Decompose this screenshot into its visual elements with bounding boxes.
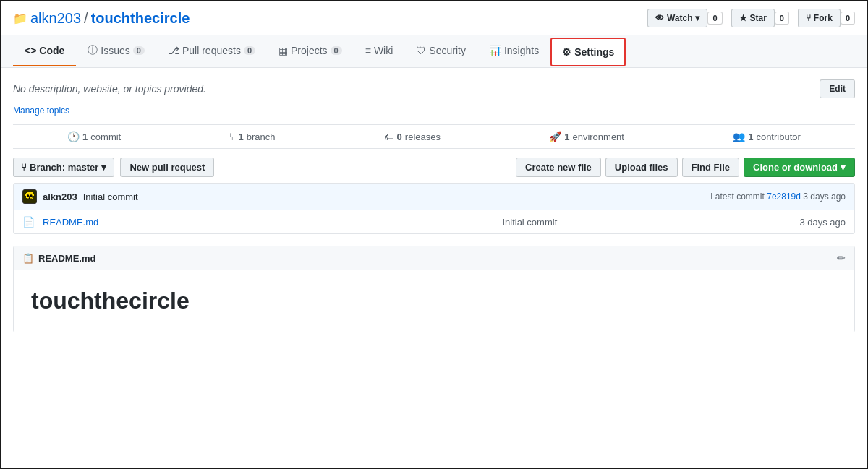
manage-topics-link[interactable]: Manage topics (13, 106, 69, 116)
fork-count: 0 (841, 12, 855, 25)
repo-separator: / (84, 10, 88, 27)
clone-dropdown-icon: ▾ (841, 162, 846, 173)
commit-left: alkn203 Initial commit (22, 189, 138, 204)
tab-projects[interactable]: ▦ Projects 0 (267, 36, 354, 66)
tab-wiki[interactable]: ≡ Wiki (354, 36, 405, 66)
stat-contributors[interactable]: 👥 1 contributor (733, 131, 801, 142)
insights-icon: 📊 (489, 45, 501, 56)
commit-hash-link[interactable]: 7e2819d (767, 192, 801, 202)
readme-title: 📋 README.md (22, 253, 95, 264)
watch-button[interactable]: 👁 Watch ▾ (647, 9, 708, 27)
dropdown-icon: ▾ (101, 162, 106, 173)
stat-releases[interactable]: 🏷 0 releases (384, 131, 441, 142)
releases-icon: 🏷 (384, 131, 394, 142)
contributors-icon: 👥 (733, 131, 745, 142)
tab-security[interactable]: 🛡 Security (404, 36, 477, 66)
readme-content: touchthecircle (14, 270, 854, 332)
star-icon: ★ (739, 13, 747, 23)
watch-dropdown-icon: ▾ (695, 13, 699, 23)
readme-header: 📋 README.md ✏ (14, 246, 854, 270)
wiki-icon: ≡ (365, 45, 371, 56)
security-icon: 🛡 (416, 45, 426, 56)
tab-issues[interactable]: ⓘ Issues 0 (76, 35, 156, 67)
file-commit-msg: Initial commit (286, 217, 773, 228)
settings-icon: ⚙ (562, 46, 571, 58)
repo-name-link[interactable]: touchthecircle (91, 10, 190, 27)
star-label: Star (750, 13, 767, 23)
repo-icon: 📁 (13, 12, 27, 25)
branches-icon: ⑂ (229, 131, 235, 142)
tab-insights[interactable]: 📊 Insights (477, 36, 550, 66)
clone-download-button[interactable]: Clone or download ▾ (744, 158, 855, 177)
toolbar-right: Create new file Upload files Find File C… (516, 158, 855, 177)
branch-selector[interactable]: ⑂ Branch: master ▾ (13, 158, 114, 177)
file-toolbar: ⑂ Branch: master ▾ New pull request Crea… (13, 158, 855, 177)
description-text: No description, website, or topics provi… (13, 83, 206, 95)
star-count: 0 (775, 12, 789, 25)
stat-branches[interactable]: ⑂ 1 branch (229, 131, 275, 142)
repo-actions: 👁 Watch ▾ 0 ★ Star 0 ⑂ Fork (647, 9, 855, 27)
toolbar-left: ⑂ Branch: master ▾ New pull request (13, 158, 214, 177)
stats-bar: 🕐 1 commit ⑂ 1 branch 🏷 0 releases 🚀 1 e… (13, 124, 855, 149)
commit-message: Initial commit (83, 192, 138, 202)
environments-icon: 🚀 (549, 131, 561, 142)
commit-info-row: alkn203 Initial commit Latest commit 7e2… (14, 184, 854, 210)
readme-icon: 📋 (22, 253, 34, 264)
find-file-button[interactable]: Find File (682, 158, 739, 177)
repo-title: 📁 alkn203 / touchthecircle (13, 10, 190, 27)
repo-header: 📁 alkn203 / touchthecircle 👁 Watch ▾ 0 ★… (1, 1, 867, 35)
file-name-link[interactable]: README.md (43, 217, 286, 228)
tab-code[interactable]: <> Code (13, 36, 76, 66)
star-group: ★ Star 0 (731, 9, 789, 27)
file-age: 3 days ago (773, 217, 846, 228)
branch-icon: ⑂ (21, 162, 27, 173)
tab-settings[interactable]: ⚙ Settings (550, 38, 626, 66)
upload-files-button[interactable]: Upload files (605, 158, 678, 177)
file-icon: 📄 (22, 216, 37, 228)
watch-label: Watch (667, 13, 693, 23)
avatar-symbol (23, 190, 36, 203)
readme-edit-icon[interactable]: ✏ (837, 252, 846, 264)
repo-description: No description, website, or topics provi… (13, 79, 855, 98)
pr-icon: ⎇ (168, 45, 179, 56)
watch-group: 👁 Watch ▾ 0 (647, 9, 723, 27)
commits-icon: 🕐 (67, 131, 80, 142)
readme-heading: touchthecircle (31, 288, 837, 314)
stat-environments[interactable]: 🚀 1 environment (549, 131, 624, 142)
projects-icon: ▦ (278, 45, 288, 56)
stat-commits[interactable]: 🕐 1 commit (67, 131, 121, 142)
tab-pull-requests[interactable]: ⎇ Pull requests 0 (156, 36, 267, 66)
fork-label: Fork (814, 13, 833, 23)
avatar (22, 189, 37, 204)
star-button[interactable]: ★ Star (731, 9, 775, 27)
fork-button[interactable]: ⑂ Fork (798, 9, 841, 27)
table-row: 📄 README.md Initial commit 3 days ago (14, 210, 854, 233)
commit-author: alkn203 (43, 192, 77, 202)
issues-icon: ⓘ (88, 44, 98, 57)
create-new-file-button[interactable]: Create new file (516, 158, 601, 177)
file-list: alkn203 Initial commit Latest commit 7e2… (13, 183, 855, 234)
fork-group: ⑂ Fork 0 (798, 9, 855, 27)
edit-button[interactable]: Edit (820, 79, 855, 98)
code-icon: <> (25, 45, 36, 56)
readme-box: 📋 README.md ✏ touchthecircle (13, 246, 855, 332)
commit-right: Latest commit 7e2819d 3 days ago (710, 192, 846, 202)
fork-icon: ⑂ (806, 13, 811, 23)
new-pull-request-button[interactable]: New pull request (120, 158, 214, 177)
repo-nav: <> Code ⓘ Issues 0 ⎇ Pull requests 0 ▦ P… (1, 35, 867, 68)
watch-count: 0 (707, 12, 722, 25)
repo-owner-link[interactable]: alkn203 (30, 10, 81, 27)
repo-content: No description, website, or topics provi… (1, 68, 867, 468)
eye-icon: 👁 (655, 13, 664, 23)
